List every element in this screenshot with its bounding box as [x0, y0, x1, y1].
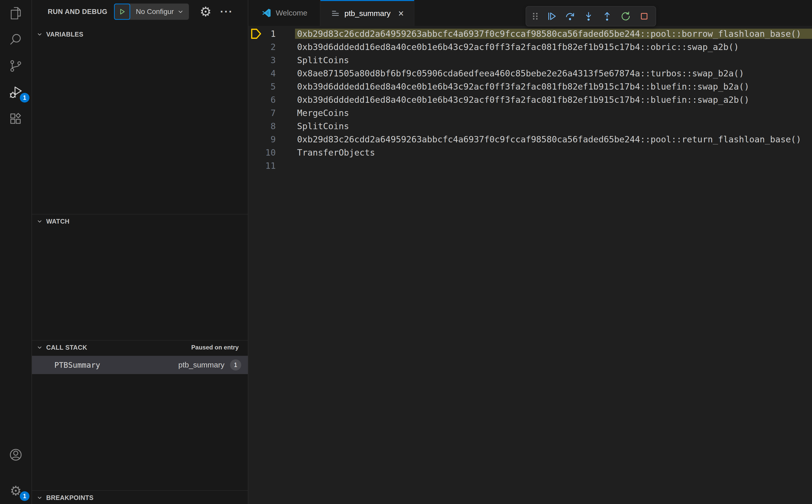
editor-line[interactable]: 10xb29d83c26cdd2a64959263abbcfc4a6937f0c… — [248, 27, 812, 40]
editor[interactable]: 10xb29d83c26cdd2a64959263abbcfc4a6937f0c… — [248, 26, 812, 504]
breakpoint-gutter[interactable] — [248, 28, 264, 40]
chevron-down-icon — [177, 8, 184, 15]
editor-line[interactable]: 40x8ae871505a80d8bf6bf9c05906cda6edfeea4… — [248, 67, 812, 80]
activity-item-run-and-debug[interactable]: 1 — [0, 79, 31, 106]
line-number: 5 — [264, 81, 276, 92]
tab-bar: Welcome ptb_summary × — [248, 0, 812, 26]
line-number: 3 — [264, 55, 276, 65]
activity-bar-top: 1 — [0, 0, 31, 132]
tab-label: Welcome — [276, 9, 307, 17]
tab-label: ptb_summary — [344, 9, 390, 18]
restart-icon — [620, 11, 631, 22]
line-number: 9 — [264, 134, 276, 144]
watch-section: WATCH — [32, 214, 248, 340]
step-out-button[interactable] — [599, 8, 615, 24]
call-stack-frame-row[interactable]: PTBSummary ptb_summary 1 — [32, 356, 248, 374]
variables-section: VARIABLES — [32, 27, 248, 214]
explorer-icon — [8, 6, 23, 21]
line-number: 10 — [264, 147, 276, 158]
activity-bar-bottom: ⚙ 1 — [0, 442, 31, 504]
vscode-logo-icon — [261, 8, 272, 18]
editor-line[interactable]: 7MergeCoins — [248, 106, 812, 120]
debug-toolbar — [526, 6, 656, 26]
panel-header: RUN AND DEBUG No Configur ⚙ ··· — [32, 0, 248, 23]
gripper-icon — [530, 11, 541, 22]
activity-item-settings[interactable]: ⚙ 1 — [0, 478, 31, 504]
activity-item-extensions[interactable] — [0, 106, 31, 132]
extensions-icon — [8, 111, 23, 126]
code-text: 0xb29d83c26cdd2a64959263abbcfc4a6937f0c9… — [295, 29, 812, 39]
stop-button[interactable] — [636, 8, 652, 24]
activity-item-explorer[interactable] — [0, 0, 31, 26]
step-into-button[interactable] — [581, 8, 597, 24]
settings-badge: 1 — [20, 491, 29, 501]
activity-item-source-control[interactable] — [0, 53, 31, 79]
more-actions-button[interactable]: ··· — [220, 6, 233, 18]
editor-group: Welcome ptb_summary × — [248, 0, 812, 504]
chevron-down-icon — [37, 495, 43, 501]
watch-section-header[interactable]: WATCH — [32, 214, 248, 228]
watch-section-label: WATCH — [46, 218, 70, 225]
code-text: 0x8ae871505a80d8bf6bf9c05906cda6edfeea46… — [295, 68, 812, 78]
call-stack-section: CALL STACK Paused on entry PTBSummary pt… — [32, 340, 248, 490]
step-out-icon — [602, 11, 613, 22]
editor-line[interactable]: 10TransferObjects — [248, 146, 812, 159]
frame-source: ptb_summary — [178, 361, 224, 369]
breakpoints-section-label: BREAKPOINTS — [46, 494, 93, 501]
editor-line[interactable]: 11 — [248, 159, 812, 172]
continue-icon — [546, 11, 557, 22]
step-over-icon — [565, 11, 575, 22]
debug-settings-gear-icon[interactable]: ⚙ — [199, 5, 211, 18]
list-file-icon — [330, 9, 340, 18]
editor-line[interactable]: 60xb39d6dddedd16ed8a40ce0b1e6b43c92acf0f… — [248, 93, 812, 106]
config-dropdown-label: No Configur — [136, 8, 174, 16]
line-number: 1 — [264, 29, 276, 39]
line-number: 4 — [264, 68, 276, 78]
variables-section-header[interactable]: VARIABLES — [32, 27, 248, 41]
editor-line[interactable]: 50xb39d6dddedd16ed8a40ce0b1e6b43c92acf0f… — [248, 80, 812, 93]
activity-item-account[interactable] — [0, 442, 31, 468]
code-text: 0xb39d6dddedd16ed8a40ce0b1e6b43c92acf0ff… — [295, 81, 812, 92]
line-number: 2 — [264, 42, 276, 52]
step-over-button[interactable] — [562, 8, 578, 24]
source-control-icon — [8, 59, 23, 73]
close-tab-icon[interactable]: × — [398, 9, 404, 18]
chevron-down-icon — [37, 218, 43, 224]
call-stack-section-header[interactable]: CALL STACK Paused on entry — [32, 341, 248, 354]
code-text: MergeCoins — [295, 108, 812, 118]
debug-badge: 1 — [20, 93, 29, 103]
editor-line[interactable]: 20xb39d6dddedd16ed8a40ce0b1e6b43c92acf0f… — [248, 40, 812, 54]
code-text: SplitCoins — [295, 121, 812, 131]
restart-button[interactable] — [618, 8, 634, 24]
chevron-down-icon — [37, 344, 43, 350]
stop-icon — [639, 11, 650, 22]
line-number: 11 — [264, 161, 276, 171]
current-line-arrow-icon — [249, 28, 263, 40]
tab-ptb-summary[interactable]: ptb_summary × — [320, 0, 415, 26]
continue-button[interactable] — [544, 8, 559, 24]
activity-item-search[interactable] — [0, 26, 31, 53]
panel-title: RUN AND DEBUG — [48, 8, 107, 16]
play-icon — [118, 8, 126, 16]
call-stack-section-label: CALL STACK — [46, 344, 87, 351]
debug-config-widget[interactable]: No Configur — [114, 4, 189, 20]
editor-line[interactable]: 8SplitCoins — [248, 120, 812, 133]
code-text: 0xb29d83c26cdd2a64959263abbcfc4a6937f0c9… — [295, 134, 812, 144]
breakpoints-section-header[interactable]: BREAKPOINTS — [32, 491, 248, 504]
start-debug-button[interactable] — [114, 4, 130, 20]
toolbar-drag-handle[interactable] — [530, 8, 541, 24]
chevron-down-icon — [37, 31, 43, 37]
tab-welcome[interactable]: Welcome — [248, 0, 320, 26]
code-text: SplitCoins — [295, 55, 812, 65]
editor-line[interactable]: 90xb29d83c26cdd2a64959263abbcfc4a6937f0c… — [248, 133, 812, 146]
step-into-icon — [583, 11, 594, 22]
editor-line[interactable]: 3SplitCoins — [248, 54, 812, 67]
line-number: 7 — [264, 108, 276, 118]
line-number: 8 — [264, 121, 276, 131]
frame-name: PTBSummary — [54, 361, 100, 369]
config-dropdown[interactable]: No Configur — [130, 4, 189, 20]
code-text: 0xb39d6dddedd16ed8a40ce0b1e6b43c92acf0ff… — [295, 95, 812, 105]
search-icon — [8, 32, 23, 47]
account-icon — [8, 447, 23, 462]
variables-section-label: VARIABLES — [46, 31, 83, 38]
